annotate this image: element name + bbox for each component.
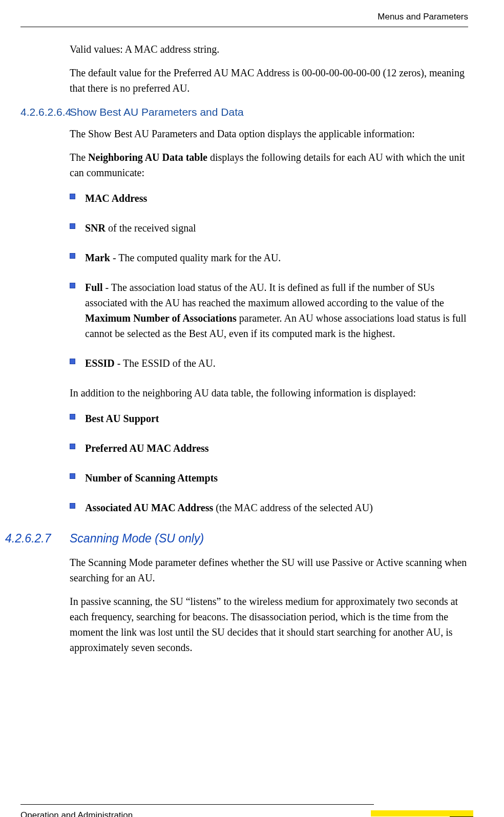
- bullet-icon: [70, 503, 75, 509]
- bullet-bold: Preferred AU MAC Address: [85, 443, 209, 454]
- bullet-list-additional-info: Best AU Support Preferred AU MAC Address…: [70, 411, 468, 515]
- bullet-bold: MAC Address: [85, 193, 147, 204]
- bullet-icon: [70, 253, 75, 259]
- s2-p1: The Scanning Mode parameter defines whet…: [70, 555, 468, 585]
- bullet-rest: (the MAC address of the selected AU): [213, 502, 373, 513]
- section-number: 4.2.6.2.6.4: [20, 104, 70, 120]
- section-title: Show Best AU Parameters and Data: [70, 104, 244, 120]
- footer-rule: [20, 804, 374, 805]
- list-item: ESSID - The ESSID of the AU.: [70, 355, 468, 371]
- list-item: Full - The association load status of th…: [70, 280, 468, 341]
- bullet-icon: [70, 414, 75, 420]
- list-item: SNR of the received signal: [70, 220, 468, 236]
- list-item: Number of Scanning Attempts: [70, 470, 468, 486]
- s1-p2: The Neighboring AU Data table displays t…: [70, 150, 468, 180]
- bullet-icon: [70, 473, 75, 479]
- intro-p1: Valid values: A MAC address string.: [70, 41, 468, 57]
- intro-p2: The default value for the Preferred AU M…: [70, 65, 468, 96]
- yellow-bar: [371, 810, 473, 816]
- section-4.2.6.2.6.4: 4.2.6.2.6.4 Show Best AU Parameters and …: [20, 104, 468, 120]
- bullet-icon: [70, 444, 75, 449]
- bullet-bold: Best AU Support: [85, 413, 159, 424]
- s1-p1: The Show Best AU Parameters and Data opt…: [70, 126, 468, 141]
- header-section-label: Menus and Parameters: [20, 10, 468, 24]
- bullet-bold: Mark: [85, 252, 110, 263]
- bullet-mid-bold: Maximum Number of Associations: [85, 312, 237, 324]
- bullet-rest: of the received signal: [106, 222, 196, 234]
- s1-p2-bold: Neighboring AU Data table: [88, 152, 207, 163]
- bullet-rest: - The ESSID of the AU.: [115, 358, 216, 369]
- list-item: Preferred AU MAC Address: [70, 441, 468, 456]
- page-number-tag: 131: [371, 810, 473, 817]
- list-item: Associated AU MAC Address (the MAC addre…: [70, 500, 468, 515]
- s2-p2: In passive scanning, the SU “listens” to…: [70, 594, 468, 655]
- section-4.2.6.2.7: 4.2.6.2.7 Scanning Mode (SU only): [5, 530, 468, 548]
- s1-p3: In addition to the neighboring AU data t…: [70, 385, 468, 401]
- bullet-icon: [70, 359, 75, 364]
- bullet-rest-pre: - The association load status of the AU.…: [85, 282, 444, 308]
- header-rule: [20, 27, 468, 27]
- bullet-rest: - The computed quality mark for the AU.: [110, 252, 281, 263]
- list-item: Mark - The computed quality mark for the…: [70, 250, 468, 265]
- list-item: MAC Address: [70, 191, 468, 206]
- footer: Operation and Administration 131: [0, 804, 504, 817]
- bullet-bold: Number of Scanning Attempts: [85, 472, 218, 484]
- bullet-bold: SNR: [85, 222, 106, 234]
- section-title: Scanning Mode (SU only): [70, 530, 204, 548]
- bullet-bold: Full: [85, 282, 102, 293]
- bullet-list-neighboring-au: MAC Address SNR of the received signal M…: [70, 191, 468, 371]
- bullet-icon: [70, 223, 75, 229]
- s1-p2-pre: The: [70, 152, 88, 163]
- bullet-icon: [70, 283, 75, 288]
- section-number: 4.2.6.2.7: [5, 530, 70, 548]
- bullet-bold: Associated AU MAC Address: [85, 502, 213, 513]
- bullet-bold: ESSID: [85, 358, 115, 369]
- list-item: Best AU Support: [70, 411, 468, 426]
- bullet-icon: [70, 194, 75, 199]
